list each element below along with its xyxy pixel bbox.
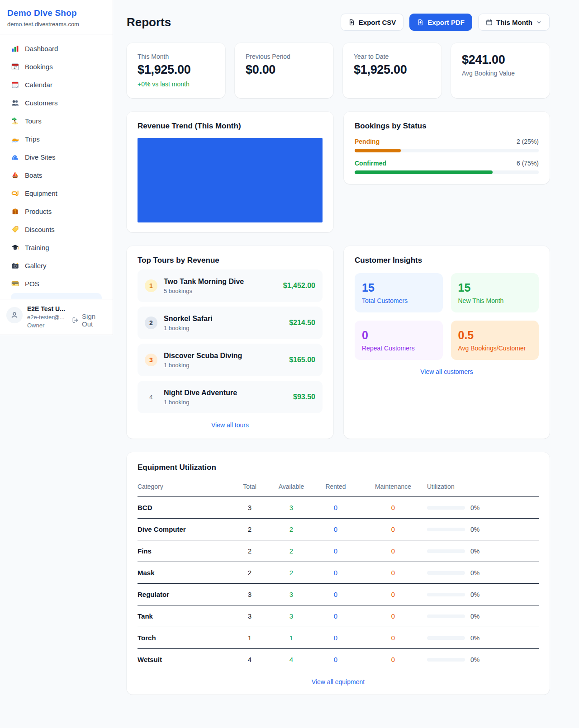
column-header: Maintenance	[359, 479, 427, 497]
sidebar-item-dive-sites[interactable]: Dive Sites	[6, 148, 106, 165]
sidebar-item-equipment[interactable]: Equipment	[6, 184, 106, 202]
cell-available: 3	[271, 584, 312, 605]
avatar	[6, 307, 23, 323]
sidebar-item-label: Bookings	[25, 63, 53, 71]
tour-bookings: 5 bookings	[164, 288, 244, 294]
tour-name: Snorkel Safari	[164, 315, 213, 323]
cell-utilization: 0%	[470, 569, 479, 577]
sidebar-item-label: Customers	[25, 99, 58, 107]
calendar-date-icon: 17	[11, 62, 19, 71]
cell-category: Wetsuit	[138, 649, 229, 671]
export-csv-label: Export CSV	[359, 19, 396, 26]
tile-label: Total Customers	[362, 297, 436, 304]
sidebar-item-pos[interactable]: POS	[6, 275, 106, 292]
period-selected-label: This Month	[496, 19, 532, 26]
cell-total: 2	[229, 519, 271, 540]
revenue-trend-panel: Revenue Trend (This Month)	[127, 112, 333, 232]
cell-total: 2	[229, 562, 271, 584]
cell-rented: 0	[312, 649, 359, 671]
tile-value: 0	[362, 329, 436, 342]
sign-out-label: Sign Out	[82, 312, 106, 328]
sidebar-item-selected-partial[interactable]	[11, 293, 102, 299]
table-row: Fins 2 2 0 0 0%	[138, 540, 539, 562]
insight-tile-avg-bookings: 0.5 Avg Bookings/Customer	[451, 321, 539, 360]
cell-maintenance: 0	[359, 562, 427, 584]
sidebar-item-training[interactable]: Training	[6, 239, 106, 256]
status-value: 6 (75%)	[517, 160, 539, 167]
sidebar-item-tours[interactable]: Tours	[6, 112, 106, 129]
sidebar-item-products[interactable]: Products	[6, 203, 106, 220]
sidebar-item-label: Gallery	[25, 262, 47, 269]
cell-available: 3	[271, 605, 312, 627]
chevron-down-icon	[536, 19, 542, 25]
rank-badge: 3	[145, 354, 157, 366]
sidebar: Demo Dive Shop demo.test.divestreams.com…	[0, 0, 113, 335]
cell-category: Regulator	[138, 584, 229, 605]
tile-value: 15	[458, 281, 532, 294]
user-role: Owner	[27, 322, 67, 329]
tour-revenue: $214.50	[289, 319, 315, 327]
cell-rented: 0	[312, 627, 359, 649]
bookings-by-status-panel: Bookings by Status Pending 2 (25%) Confi…	[344, 112, 550, 184]
export-csv-button[interactable]: Export CSV	[341, 14, 404, 31]
stat-card-avg-booking-value: $241.00 Avg Booking Value	[451, 43, 550, 98]
cell-available: 2	[271, 519, 312, 540]
sidebar-item-boats[interactable]: Boats	[6, 166, 106, 184]
period-selector-dropdown[interactable]: This Month	[478, 14, 550, 31]
export-pdf-button[interactable]: Export PDF	[409, 14, 472, 31]
stat-card-this-month: This Month $1,925.00 +0% vs last month	[127, 43, 225, 98]
sailboat-icon	[11, 171, 19, 179]
utilization-bar	[427, 636, 465, 640]
sidebar-item-label: Trips	[25, 135, 40, 143]
column-header: Available	[271, 479, 312, 497]
cell-total: 3	[229, 497, 271, 519]
tour-bookings: 1 booking	[164, 325, 213, 331]
equipment-table: Category Total Available Rented Maintena…	[138, 479, 539, 670]
sidebar-item-discounts[interactable]: Discounts	[6, 221, 106, 238]
cell-available: 4	[271, 649, 312, 671]
status-value: 2 (25%)	[517, 138, 539, 145]
sidebar-item-gallery[interactable]: Gallery	[6, 257, 106, 274]
view-all-tours-link[interactable]: View all tours	[138, 421, 323, 429]
status-bar-fill	[355, 149, 401, 152]
sidebar-item-label: Boats	[25, 171, 42, 179]
tile-label: Avg Bookings/Customer	[458, 345, 532, 352]
rank-badge: 4	[145, 391, 157, 403]
table-row: Torch 1 1 0 0 0%	[138, 627, 539, 649]
package-icon	[11, 207, 19, 215]
status-label: Pending	[355, 138, 380, 145]
sidebar-item-dashboard[interactable]: Dashboard	[6, 40, 106, 57]
island-icon	[11, 117, 19, 125]
sign-out-button[interactable]: Sign Out	[72, 312, 106, 328]
tour-revenue: $93.50	[293, 393, 315, 401]
tour-revenue: $165.00	[289, 356, 315, 364]
cell-maintenance: 0	[359, 584, 427, 605]
table-row: Tank 3 3 0 0 0%	[138, 605, 539, 627]
sidebar-item-trips[interactable]: Trips	[6, 130, 106, 147]
file-download-icon	[417, 19, 424, 26]
cell-maintenance: 0	[359, 605, 427, 627]
sidebar-item-bookings[interactable]: 17 Bookings	[6, 58, 106, 75]
view-all-customers-link[interactable]: View all customers	[355, 368, 539, 375]
table-row: BCD 3 3 0 0 0%	[138, 497, 539, 519]
rank-badge: 1	[145, 279, 157, 292]
sidebar-item-customers[interactable]: Customers	[6, 94, 106, 111]
credit-card-icon	[11, 279, 19, 288]
sidebar-item-calendar[interactable]: Calendar	[6, 76, 106, 93]
page-title: Reports	[127, 15, 171, 29]
status-bar-fill	[355, 170, 493, 174]
tile-value: 15	[362, 281, 436, 294]
cell-rented: 0	[312, 562, 359, 584]
cell-utilization: 0%	[470, 526, 479, 533]
status-label: Confirmed	[355, 160, 386, 167]
cell-category: Torch	[138, 627, 229, 649]
cell-category: Tank	[138, 605, 229, 627]
bar-chart-icon	[11, 44, 19, 52]
cell-available: 2	[271, 540, 312, 562]
cell-rented: 0	[312, 584, 359, 605]
view-all-equipment-link[interactable]: View all equipment	[138, 678, 539, 685]
stat-label: Previous Period	[246, 53, 323, 60]
sidebar-item-label: Tours	[25, 117, 42, 125]
camera-icon	[11, 261, 19, 269]
tile-label: Repeat Customers	[362, 345, 436, 352]
